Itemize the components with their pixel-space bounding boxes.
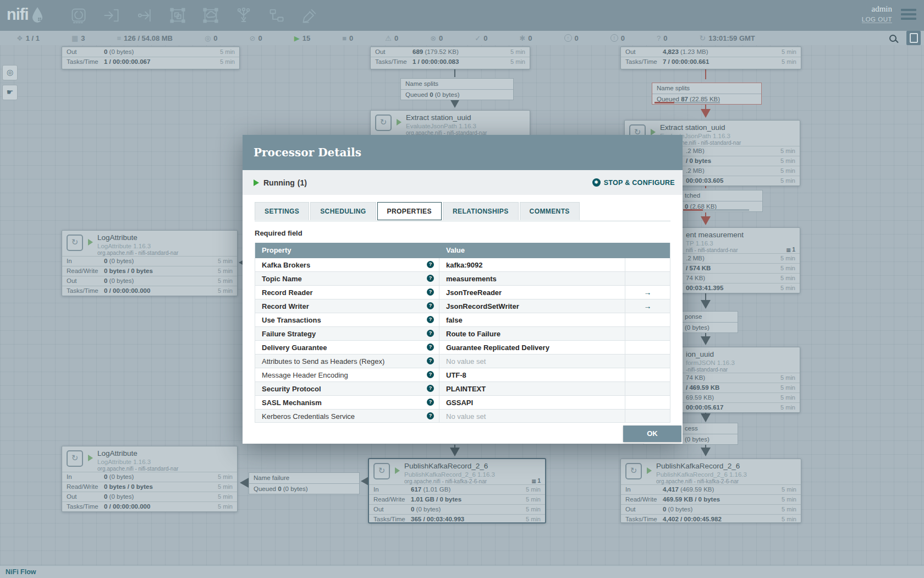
stat-value: 0 bytes / 0 bytes xyxy=(104,482,153,492)
property-action-cell xyxy=(625,313,670,326)
stat-value-fragment: / 574 KB xyxy=(686,264,711,273)
stat-period: 5 min xyxy=(218,482,233,492)
goto-service-icon[interactable]: → xyxy=(644,302,652,310)
dialog-tab[interactable]: SETTINGS xyxy=(255,202,309,220)
processor-icon: ↻ xyxy=(67,235,83,251)
stop-and-configure-button[interactable]: ✱ STOP & CONFIGURE xyxy=(592,178,675,187)
help-icon[interactable]: ? xyxy=(427,302,434,309)
stat-row: Out 0 (0 bytes) 5 min xyxy=(369,504,545,514)
global-menu-icon[interactable] xyxy=(901,9,916,22)
threads-icon: ▦ xyxy=(786,247,792,253)
property-row[interactable]: Security Protocol ? PLAINTEXT xyxy=(255,382,670,396)
stat-label: Out xyxy=(625,505,636,514)
stat-label: In xyxy=(625,485,631,494)
settings-panel-button[interactable] xyxy=(906,31,921,45)
dialog-tab[interactable]: SCHEDULING xyxy=(310,202,376,220)
property-row[interactable]: Kerberos Credentials Service ? No value … xyxy=(255,410,670,422)
stat-row: Tasks/Time 1 / 00:00:00.067 5 min xyxy=(62,57,239,67)
connection-label-failure[interactable]: Name failure Queued 0 (0 bytes) xyxy=(249,472,360,494)
help-icon[interactable]: ? xyxy=(427,288,434,296)
help-icon[interactable]: ? xyxy=(427,330,434,337)
label-component-icon[interactable] xyxy=(301,7,318,24)
operate-palette-button[interactable]: ☛ xyxy=(2,85,18,100)
goto-service-icon[interactable]: → xyxy=(644,288,652,297)
processor-type: PublishKafkaRecord_2_6 1.16.3 xyxy=(656,471,747,478)
stat-row: Tasks/Time 1 / 00:00:00.083 5 min xyxy=(371,57,530,67)
property-action-cell xyxy=(625,410,670,422)
help-icon[interactable]: ? xyxy=(427,316,434,323)
connection-label-splits-backpressure[interactable]: Name splits Queued 87 (22.85 KB) xyxy=(652,83,762,105)
property-row[interactable]: Kafka Brokers ? kafka:9092 xyxy=(255,258,670,272)
processor-logattribute-1[interactable]: ↻ LogAttribute LogAttribute 1.16.3 org.a… xyxy=(62,230,238,296)
status-count: 0 xyxy=(439,34,443,42)
stat-period: 5 min xyxy=(782,485,796,494)
stat-value-fragment: 69.59 KB) xyxy=(686,393,714,402)
help-icon[interactable]: ? xyxy=(427,412,434,419)
processor-component-icon[interactable] xyxy=(70,7,87,24)
property-value: Guarantee Replicated Delivery xyxy=(446,343,549,352)
stat-period: 5 min xyxy=(526,515,541,524)
stat-label: Out xyxy=(67,276,77,286)
stat-period: 5 min xyxy=(510,47,525,57)
help-icon[interactable]: ? xyxy=(427,343,434,351)
property-row[interactable]: Delivery Guarantee ? Guarantee Replicate… xyxy=(255,341,670,355)
processor-partial[interactable]: Out 4,823 (1.23 MB) 5 min Tasks/Time 7 /… xyxy=(620,46,801,69)
property-value-cell: kafka:9092 xyxy=(439,258,625,271)
dialog-header: Processor Details xyxy=(243,135,683,170)
processor-publishkafkarecord-2[interactable]: ↻ PublishKafkaRecord_2_6 PublishKafkaRec… xyxy=(620,459,801,523)
property-row[interactable]: Record Writer ? JsonRecordSetWriter → xyxy=(255,299,670,313)
connection-name: Name splits xyxy=(401,79,513,90)
property-value: UTF-8 xyxy=(446,371,466,379)
dialog-tab[interactable]: RELATIONSHIPS xyxy=(443,202,519,220)
status-item: ? 0 xyxy=(657,34,667,42)
help-icon[interactable]: ? xyxy=(427,371,434,378)
property-row[interactable]: Failure Strategy ? Route to Failure xyxy=(255,327,670,341)
processor-publishkafkarecord-selected[interactable]: ↻ PublishKafkaRecord_2_6 PublishKafkaRec… xyxy=(369,459,546,523)
property-action-cell xyxy=(625,272,670,285)
refresh-icon[interactable]: ↻ xyxy=(700,34,706,42)
help-icon[interactable]: ? xyxy=(427,385,434,392)
logout-link[interactable]: LOG OUT xyxy=(862,16,892,23)
help-icon[interactable]: ? xyxy=(427,261,434,268)
stat-period: 5 min xyxy=(782,57,796,67)
dialog-tab[interactable]: COMMENTS xyxy=(520,202,580,220)
remote-process-group-component-icon[interactable] xyxy=(202,7,219,24)
help-icon[interactable]: ? xyxy=(427,399,434,406)
connection-label-splits[interactable]: Name splits Queued 0 (0 bytes) xyxy=(400,78,514,100)
output-port-component-icon[interactable] xyxy=(136,7,153,24)
search-icon[interactable] xyxy=(889,35,897,42)
property-value: JsonTreeReader xyxy=(446,288,502,297)
property-name-cell: Message Header Encoding ? xyxy=(255,368,439,381)
processor-partial[interactable]: Out 0 (0 bytes) 5 min Tasks/Time 1 / 00:… xyxy=(62,46,240,69)
property-row[interactable]: Topic Name ? measurements xyxy=(255,272,670,286)
operate-icon: ☛ xyxy=(7,88,14,96)
property-name-cell: Record Writer ? xyxy=(255,299,439,313)
template-component-icon[interactable] xyxy=(268,7,285,24)
ok-button[interactable]: OK xyxy=(623,426,681,442)
status-item: ✓ 0 xyxy=(475,34,487,42)
property-row[interactable]: Record Reader ? JsonTreeReader → xyxy=(255,286,670,299)
input-port-component-icon[interactable] xyxy=(103,7,120,24)
stat-label: Read/Write xyxy=(373,495,405,504)
navigate-palette-button[interactable]: ◎ xyxy=(2,65,18,80)
status-item: ✱ 0 xyxy=(519,34,532,42)
property-row[interactable]: Attributes to Send as Headers (Regex) ? … xyxy=(255,355,670,368)
processor-icon: ↻ xyxy=(373,463,390,479)
property-row[interactable]: Message Header Encoding ? UTF-8 xyxy=(255,368,670,382)
processor-logattribute-2[interactable]: ↻ LogAttribute LogAttribute 1.16.3 org.a… xyxy=(62,446,238,512)
backpressure-bar xyxy=(654,102,720,103)
property-row[interactable]: SASL Mechanism ? GSSAPI xyxy=(255,396,670,410)
help-icon[interactable]: ? xyxy=(427,275,434,282)
funnel-component-icon[interactable] xyxy=(235,7,252,24)
running-status-icon xyxy=(397,119,402,126)
stat-value: 0 (0 bytes) xyxy=(104,472,134,482)
stat-period: 5 min xyxy=(780,383,795,392)
property-value-cell: measurements xyxy=(439,272,625,285)
process-group-component-icon[interactable] xyxy=(169,7,186,24)
dialog-tab[interactable]: PROPERTIES xyxy=(377,202,442,220)
property-row[interactable]: Use Transactions ? false xyxy=(255,313,670,327)
processor-partial[interactable]: Out 689 (179.52 KB) 5 min Tasks/Time 1 /… xyxy=(370,46,530,69)
breadcrumb[interactable]: NiFi Flow xyxy=(0,566,36,578)
help-icon[interactable]: ? xyxy=(427,357,434,364)
refresh-status[interactable]: ↻ 13:01:59 GMT xyxy=(700,34,755,42)
